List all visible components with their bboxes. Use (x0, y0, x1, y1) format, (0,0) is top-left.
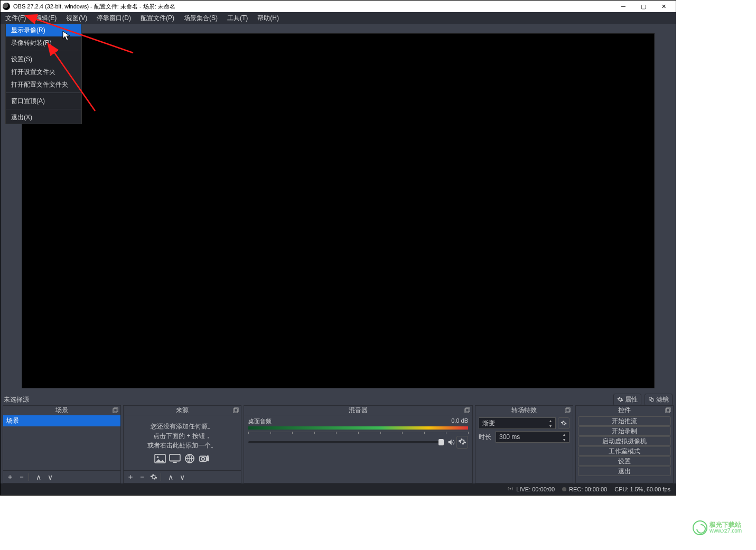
window-title: OBS 27.2.4 (32-bit, windows) - 配置文件: 未命名… (13, 3, 175, 11)
source-settings-button[interactable] (149, 472, 158, 482)
source-up-button[interactable]: ∧ (166, 472, 175, 482)
sources-title: 来源 (176, 406, 189, 415)
svg-rect-3 (114, 408, 118, 412)
channel-settings-button[interactable] (456, 436, 468, 449)
transitions-dock: 转场特效 渐变 ▲▼ 时长 300 ms ▲▼ (475, 405, 573, 483)
cursor-icon (62, 31, 71, 41)
settings-button[interactable]: 设置 (578, 456, 671, 466)
popout-icon[interactable] (665, 407, 671, 413)
menu-open-settings-folder[interactable]: 打开设置文件夹 (6, 66, 81, 78)
svg-rect-16 (565, 409, 569, 413)
source-add-button[interactable]: ＋ (126, 472, 135, 482)
start-virtual-camera-button[interactable]: 启动虚拟摄像机 (578, 436, 671, 446)
volume-slider[interactable] (248, 441, 444, 443)
vu-ticks (248, 432, 468, 436)
scene-add-button[interactable]: ＋ (5, 472, 15, 482)
popout-icon[interactable] (113, 407, 118, 413)
obs-logo-icon (3, 3, 10, 10)
minimize-button[interactable]: ─ (613, 1, 633, 12)
source-remove-button[interactable]: － (137, 472, 147, 482)
duration-input[interactable]: 300 ms ▲▼ (496, 431, 570, 443)
menu-file[interactable]: 文件(F) (1, 12, 31, 24)
menu-settings[interactable]: 设置(S) (6, 53, 81, 66)
svg-rect-8 (170, 454, 180, 461)
popout-icon[interactable] (233, 407, 239, 413)
sources-dock: 来源 您还没有添加任何源。 点击下面的 + 按钮， 或者右击此处添加一个。 (123, 405, 241, 483)
filter-icon (648, 396, 655, 403)
studio-mode-button[interactable]: 工作室模式 (578, 446, 671, 456)
scene-item[interactable]: 场景 (3, 415, 120, 426)
scene-down-button[interactable]: ∨ (45, 472, 55, 482)
menu-docks[interactable]: 停靠窗口(D) (92, 12, 136, 24)
filters-button[interactable]: 滤镜 (645, 394, 673, 406)
popout-icon[interactable] (464, 407, 470, 413)
watermark: 极光下载站 www.xz7.com (693, 520, 745, 537)
exit-button[interactable]: 退出 (578, 467, 671, 476)
svg-rect-14 (465, 409, 469, 413)
svg-rect-19 (667, 408, 670, 412)
preview-canvas[interactable] (22, 33, 655, 388)
svg-rect-18 (666, 409, 669, 413)
controls-title: 控件 (618, 406, 631, 415)
svg-rect-4 (234, 409, 237, 413)
mixer-title: 混音器 (349, 406, 368, 415)
scenes-title: 场景 (55, 406, 68, 415)
menu-open-profile-folder[interactable]: 打开配置文件文件夹 (6, 78, 81, 91)
svg-point-7 (157, 456, 159, 459)
svg-point-12 (202, 458, 204, 460)
docks-row: 场景 场景 ＋ － ∧ ∨ 来源 您还没有添加任何源。 点击下面的 + 按钮 (1, 405, 676, 483)
speaker-icon[interactable] (447, 438, 455, 446)
menu-scene-collection[interactable]: 场景集合(S) (179, 12, 222, 24)
scene-remove-button[interactable]: － (17, 472, 26, 482)
start-recording-button[interactable]: 开始录制 (578, 426, 671, 436)
svg-point-13 (207, 455, 209, 458)
duration-label: 时长 (479, 433, 493, 442)
menu-view[interactable]: 视图(V) (61, 12, 92, 24)
video-capture-source-icon (199, 454, 210, 463)
broadcast-icon (507, 486, 514, 493)
svg-point-20 (510, 488, 511, 490)
menu-help[interactable]: 帮助(H) (253, 12, 284, 24)
transition-select[interactable]: 渐变 ▲▼ (479, 417, 556, 429)
svg-rect-17 (566, 408, 570, 412)
menu-edit[interactable]: 编辑(E) (31, 12, 61, 24)
channel-db: 0.0 dB (451, 417, 468, 425)
menu-always-on-top[interactable]: 窗口置顶(A) (6, 95, 81, 107)
mixer-dock: 混音器 桌面音频 0.0 dB (244, 405, 473, 483)
status-cpu: CPU: 1.5%, 60.00 fps (614, 486, 670, 492)
gear-icon (617, 396, 623, 403)
menu-profile[interactable]: 配置文件(P) (136, 12, 179, 24)
close-button[interactable]: ✕ (654, 1, 674, 12)
properties-button[interactable]: 属性 (613, 394, 641, 406)
source-down-button[interactable]: ∨ (178, 472, 187, 482)
source-type-icons (154, 454, 210, 463)
display-source-icon (169, 454, 181, 463)
browser-source-icon (184, 454, 195, 463)
transition-settings-button[interactable] (558, 417, 570, 429)
watermark-logo-icon (693, 520, 707, 535)
transitions-title: 转场特效 (511, 406, 537, 415)
source-toolbar-row: 未选择源 属性 滤镜 (1, 394, 676, 405)
no-source-selected-label: 未选择源 (4, 395, 29, 404)
status-bar: LIVE: 00:00:00 REC: 00:00:00 CPU: 1.5%, … (1, 483, 676, 495)
start-streaming-button[interactable]: 开始推流 (578, 416, 671, 426)
watermark-text2: www.xz7.com (710, 528, 742, 534)
svg-rect-15 (466, 408, 470, 412)
image-source-icon (154, 454, 166, 463)
record-dot-icon (562, 487, 566, 491)
status-rec: REC: 00:00:00 (562, 486, 607, 492)
menu-tools[interactable]: 工具(T) (222, 12, 253, 24)
titlebar: OBS 27.2.4 (32-bit, windows) - 配置文件: 未命名… (1, 1, 676, 12)
svg-rect-2 (113, 409, 117, 413)
obs-window: OBS 27.2.4 (32-bit, windows) - 配置文件: 未命名… (0, 0, 676, 496)
menu-exit[interactable]: 退出(X) (6, 111, 81, 124)
mixer-channel: 桌面音频 0.0 dB (248, 417, 468, 449)
controls-dock: 控件 开始推流 开始录制 启动虚拟摄像机 工作室模式 设置 退出 (575, 405, 674, 483)
popout-icon[interactable] (565, 407, 571, 413)
svg-rect-5 (235, 408, 238, 412)
scene-up-button[interactable]: ∧ (34, 472, 43, 482)
maximize-button[interactable]: ▢ (633, 1, 654, 12)
scenes-dock: 场景 场景 ＋ － ∧ ∨ (3, 405, 121, 483)
sources-empty-state: 您还没有添加任何源。 点击下面的 + 按钮， 或者右击此处添加一个。 (124, 415, 241, 470)
vu-meter (248, 426, 468, 430)
